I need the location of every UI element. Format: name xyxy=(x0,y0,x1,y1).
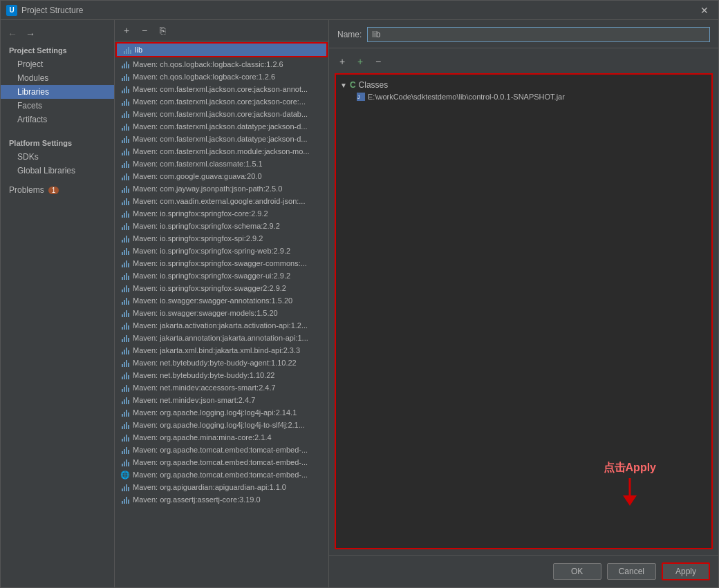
list-item[interactable]: Maven: org.apache.tomcat.embed:tomcat-em… xyxy=(115,456,328,468)
list-item[interactable]: Maven: ch.qos.logback:logback-classic:1.… xyxy=(115,58,328,70)
lib-item-name: Maven: io.springfox:springfox-spring-web… xyxy=(133,247,290,255)
project-structure-window: U Project Structure ✕ ← → Project Settin… xyxy=(0,0,719,588)
lib-bar-icon xyxy=(120,420,130,430)
list-item[interactable]: Maven: io.springfox:springfox-spring-web… xyxy=(115,245,328,257)
classes-label: Classes xyxy=(359,80,389,90)
list-item[interactable]: Maven: jakarta.xml.bind:jakarta.xml.bind… xyxy=(115,344,328,357)
lib-bar-icon xyxy=(120,134,130,144)
sidebar-item-libraries[interactable]: Libraries xyxy=(1,85,114,99)
list-item[interactable]: Maven: io.springfox:springfox-swagger-ui… xyxy=(115,269,328,282)
list-item[interactable]: Maven: net.bytebuddy:byte-buddy-agent:1.… xyxy=(115,357,328,369)
list-item[interactable]: Maven: net.minidev:accessors-smart:2.4.7 xyxy=(115,381,328,394)
lib-item-name: Maven: com.fasterxml.jackson.datatype:ja… xyxy=(133,122,308,131)
sidebar-item-artifacts[interactable]: Artifacts xyxy=(1,113,114,126)
lib-item-name: Maven: com.fasterxml.jackson.datatype:ja… xyxy=(133,135,308,143)
middle-toolbar: + − ⎘ xyxy=(115,20,328,41)
lib-item-name: Maven: jakarta.activation:jakarta.activa… xyxy=(133,321,308,330)
list-item[interactable]: Maven: io.swagger:swagger-annotations:1.… xyxy=(115,294,328,307)
list-item[interactable]: 🌐 Maven: org.apache.tomcat.embed:tomcat-… xyxy=(115,468,328,481)
list-item[interactable]: Maven: io.swagger:swagger-models:1.5.20 xyxy=(115,307,328,319)
list-item[interactable]: Maven: net.minidev:json-smart:2.4.7 xyxy=(115,394,328,406)
list-item[interactable]: Maven: net.bytebuddy:byte-buddy:1.10.22 xyxy=(115,369,328,381)
list-item[interactable]: Maven: org.apache.logging.log4j:log4j-to… xyxy=(115,419,328,431)
list-item[interactable]: Maven: com.fasterxml.jackson.datatype:ja… xyxy=(115,133,328,145)
list-item[interactable]: Maven: com.fasterxml.jackson.core:jackso… xyxy=(115,108,328,120)
list-item[interactable]: Maven: ch.qos.logback:logback-core:1.2.6 xyxy=(115,70,328,83)
lib-item-name: Maven: net.minidev:json-smart:2.4.7 xyxy=(133,396,255,404)
lib-bar-icon xyxy=(120,258,130,268)
lib-item-name: Maven: com.fasterxml.classmate:1.5.1 xyxy=(133,160,263,168)
name-label: Name: xyxy=(337,30,362,39)
list-item[interactable]: Maven: jakarta.activation:jakarta.activa… xyxy=(115,319,328,332)
lib-item-name: Maven: net.bytebuddy:byte-buddy-agent:1.… xyxy=(133,359,297,367)
remove-library-button[interactable]: − xyxy=(137,23,152,38)
list-item[interactable]: Maven: com.fasterxml.classmate:1.5.1 xyxy=(115,158,328,170)
sidebar-item-facets[interactable]: Facets xyxy=(1,99,114,113)
add-class-button[interactable]: + xyxy=(335,54,350,69)
lib-item-name: Maven: io.springfox:springfox-swagger-ui… xyxy=(133,272,290,280)
list-item[interactable]: Maven: com.jayway.jsonpath:json-path:2.5… xyxy=(115,182,328,195)
name-input[interactable] xyxy=(367,27,710,42)
right-top: Name: xyxy=(329,20,718,48)
sidebar-item-modules[interactable]: Modules xyxy=(1,71,114,85)
sidebar-item-sdks[interactable]: SDKs xyxy=(1,150,114,164)
list-item[interactable]: Maven: com.fasterxml.jackson.module:jack… xyxy=(115,145,328,158)
sidebar-item-global-libraries[interactable]: Global Libraries xyxy=(1,164,114,178)
annotation-text: 点击Apply xyxy=(604,461,656,475)
lib-bar-icon xyxy=(120,234,130,243)
list-item[interactable]: Maven: org.apiguardian:apiguardian-api:1… xyxy=(115,481,328,493)
list-item[interactable]: Maven: com.fasterxml.jackson.core:jackso… xyxy=(115,95,328,108)
lib-item-name: Maven: org.apache.tomcat.embed:tomcat-em… xyxy=(133,446,308,454)
copy-library-button[interactable]: ⎘ xyxy=(155,23,170,38)
ok-button[interactable]: OK xyxy=(553,563,601,580)
lib-bar-icon xyxy=(120,321,130,330)
lib-item-name: Maven: com.fasterxml.jackson.module:jack… xyxy=(133,147,310,155)
lib-item-name: Maven: com.jayway.jsonpath:json-path:2.5… xyxy=(133,184,282,193)
window-title: Project Structure xyxy=(21,6,83,15)
sidebar-item-project[interactable]: Project xyxy=(1,57,114,71)
lib-bar-icon xyxy=(120,383,130,392)
list-item[interactable]: Maven: io.springfox:springfox-spi:2.9.2 xyxy=(115,232,328,245)
lib-bar-icon xyxy=(120,433,130,442)
lib-bar-icon xyxy=(122,45,132,55)
list-item[interactable]: Maven: com.fasterxml.jackson.core:jackso… xyxy=(115,83,328,95)
forward-button[interactable]: → xyxy=(23,27,38,41)
list-item[interactable]: Maven: org.apache.tomcat.embed:tomcat-em… xyxy=(115,444,328,456)
remove-class-button[interactable]: − xyxy=(371,54,386,69)
list-item[interactable]: Maven: org.apache.logging.log4j:log4j-ap… xyxy=(115,406,328,419)
list-item[interactable]: Maven: io.springfox:springfox-swagger-co… xyxy=(115,257,328,269)
list-item[interactable]: Maven: io.springfox:springfox-core:2.9.2 xyxy=(115,207,328,220)
right-panel: Name: + + − ▼ C Classes xyxy=(329,20,718,587)
lib-bar-icon xyxy=(120,171,130,181)
close-button[interactable]: ✕ xyxy=(696,3,713,17)
title-bar-left: U Project Structure xyxy=(6,5,83,16)
classes-c-icon: C xyxy=(350,80,356,90)
list-item[interactable]: Maven: jakarta.annotation:jakarta.annota… xyxy=(115,332,328,344)
lib-bar-icon xyxy=(120,296,130,305)
lib-bar-icon xyxy=(120,495,130,504)
lib-bar-icon xyxy=(120,457,130,467)
lib-bar-icon xyxy=(120,84,130,94)
lib-item-name: Maven: com.fasterxml.jackson.core:jackso… xyxy=(133,85,308,93)
add-spec-button[interactable]: + xyxy=(353,54,368,69)
list-item[interactable]: Maven: com.fasterxml.jackson.datatype:ja… xyxy=(115,120,328,133)
apply-button[interactable]: Apply xyxy=(662,562,710,580)
back-button[interactable]: ← xyxy=(5,27,20,41)
cancel-button[interactable]: Cancel xyxy=(607,563,656,580)
lib-bar-icon xyxy=(120,246,130,256)
list-item[interactable]: Maven: io.springfox:springfox-swagger2:2… xyxy=(115,282,328,294)
problems-row[interactable]: Problems 1 xyxy=(1,183,114,197)
lib-item-name: Maven: io.swagger:swagger-annotations:1.… xyxy=(133,296,292,305)
list-item[interactable]: Maven: org.assertj:assertj-core:3.19.0 xyxy=(115,493,328,506)
list-item[interactable]: Maven: org.apache.mina:mina-core:2.1.4 xyxy=(115,431,328,444)
sidebar-divider2 xyxy=(1,178,114,183)
lib-bar-icon xyxy=(120,97,130,106)
lib-item-name: Maven: com.vaadin.external.google:androi… xyxy=(133,197,305,205)
list-item[interactable]: Maven: io.springfox:springfox-schema:2.9… xyxy=(115,220,328,232)
jar-path: E:\workCode\sdktestdemo\lib\control-0.0.… xyxy=(368,93,565,101)
list-item[interactable]: Maven: com.vaadin.external.google:androi… xyxy=(115,195,328,207)
lib-item-selected[interactable]: lib xyxy=(115,42,328,57)
lib-item-name: Maven: ch.qos.logback:logback-core:1.2.6 xyxy=(133,73,275,81)
add-library-button[interactable]: + xyxy=(119,23,134,38)
list-item[interactable]: Maven: com.google.guava:guava:20.0 xyxy=(115,170,328,182)
